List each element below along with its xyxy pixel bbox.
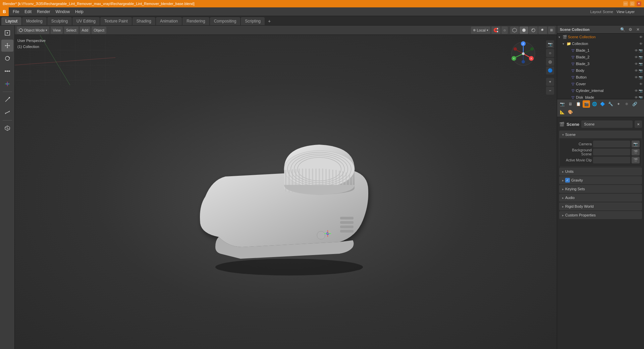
shading-solid[interactable] bbox=[520, 27, 528, 34]
scene-unlink-btn[interactable]: ✕ bbox=[635, 120, 642, 128]
select-box-tool[interactable] bbox=[1, 27, 13, 39]
outliner-filter-icon[interactable]: 🔍 bbox=[619, 26, 626, 33]
rigid-body-world-header[interactable]: ▸ Rigid Body World bbox=[559, 203, 642, 210]
object-menu[interactable]: Object bbox=[92, 27, 106, 34]
overlay-btn[interactable]: 🔵 bbox=[546, 66, 554, 74]
outliner-collapse-icon[interactable]: ✕ bbox=[635, 26, 641, 33]
button-vis[interactable]: 👁 bbox=[635, 76, 638, 79]
outliner-disk-blade[interactable]: ▾ ▽ Disk_blade 👁 📷 bbox=[557, 94, 644, 99]
tab-shading[interactable]: Shading bbox=[132, 17, 155, 25]
select-menu[interactable]: Select bbox=[64, 27, 78, 34]
outliner-cylinder-internal[interactable]: ▾ ▽ Cylinder_internal 👁 📷 bbox=[557, 87, 644, 94]
props-tab-view-layer[interactable]: 📋 bbox=[575, 100, 582, 108]
menu-file[interactable]: File bbox=[10, 7, 22, 16]
props-tab-world[interactable]: 🌐 bbox=[591, 100, 598, 108]
menu-help[interactable]: Help bbox=[72, 7, 86, 16]
menu-render[interactable]: Render bbox=[34, 7, 53, 16]
audio-section-header[interactable]: ▸ Audio bbox=[559, 194, 642, 201]
camera-field[interactable] bbox=[593, 141, 630, 147]
outliner-collection[interactable]: ▾ 📁 Collection 👁 bbox=[557, 40, 644, 47]
camera-browse-btn[interactable]: 📷 bbox=[632, 141, 640, 147]
background-scene-field[interactable] bbox=[593, 149, 630, 155]
tab-animation[interactable]: Animation bbox=[156, 17, 182, 25]
scene-visibility-icon[interactable]: 👁 bbox=[639, 35, 643, 39]
body-vis[interactable]: 👁 bbox=[635, 69, 638, 72]
outliner-row-scene[interactable]: ▾ 🎬 Scene Collection 👁 bbox=[557, 34, 644, 40]
keying-sets-header[interactable]: ▸ Keying Sets bbox=[559, 185, 642, 193]
outliner-body[interactable]: ▾ ▽ Body 👁 📷 bbox=[557, 67, 644, 74]
props-tab-output[interactable]: 🖥 bbox=[567, 100, 574, 108]
add-menu[interactable]: Add bbox=[80, 27, 91, 34]
material-view-btn[interactable]: ○ bbox=[546, 49, 554, 57]
add-workspace-button[interactable]: + bbox=[265, 17, 273, 25]
props-tab-object[interactable]: 🔷 bbox=[599, 100, 606, 108]
custom-properties-header[interactable]: ▸ Custom Properties bbox=[559, 211, 642, 219]
viewport[interactable]: Object Mode ▾ View Select Add Object ⊕ L… bbox=[15, 26, 557, 349]
props-tab-constraints[interactable]: 🔗 bbox=[631, 100, 638, 108]
props-tab-particles[interactable]: ✦ bbox=[615, 100, 622, 108]
bg-scene-browse-btn[interactable]: 🎬 bbox=[632, 149, 640, 155]
mode-selector[interactable]: Object Mode ▾ bbox=[17, 27, 49, 34]
snap-btn[interactable]: 🧲 bbox=[491, 27, 500, 34]
transform-tool[interactable] bbox=[1, 78, 13, 90]
cyl-render[interactable]: 📷 bbox=[639, 89, 643, 93]
cyl-vis[interactable]: 👁 bbox=[635, 89, 638, 93]
navigation-gizmo[interactable]: Z X Y bbox=[510, 40, 537, 67]
add-cube-tool[interactable] bbox=[1, 122, 13, 134]
disk-render[interactable]: 📷 bbox=[639, 96, 643, 99]
scene-selector[interactable]: View Layer bbox=[614, 8, 641, 15]
outliner-blade2[interactable]: ▾ ▽ Blade_2 👁 📷 bbox=[557, 54, 644, 60]
scene-section-header[interactable]: ▾ Scene bbox=[559, 131, 642, 138]
proportional-edit-btn[interactable]: ○ bbox=[501, 27, 508, 34]
blade1-vis[interactable]: 👁 bbox=[635, 49, 638, 52]
outliner-cover[interactable]: ▾ ▽ Cover 👁 bbox=[557, 81, 644, 87]
shading-rendered[interactable] bbox=[538, 27, 547, 34]
props-tab-data[interactable]: 📐 bbox=[558, 108, 566, 116]
disk-vis[interactable]: 👁 bbox=[635, 96, 638, 99]
blade1-render[interactable]: 📷 bbox=[639, 49, 643, 52]
camera-view-btn[interactable]: 📷 bbox=[546, 40, 554, 48]
minimize-button[interactable]: — bbox=[623, 1, 628, 6]
render-view-btn[interactable]: ◎ bbox=[546, 58, 554, 66]
shading-wireframe[interactable] bbox=[510, 27, 519, 34]
rotate-tool[interactable] bbox=[1, 52, 13, 64]
outliner-settings-icon[interactable]: ⚙ bbox=[627, 26, 634, 33]
tab-compositing[interactable]: Compositing bbox=[210, 17, 240, 25]
tab-scripting[interactable]: Scripting bbox=[241, 17, 265, 25]
props-tab-material[interactable]: 🎨 bbox=[567, 108, 574, 116]
units-section-header[interactable]: ▸ Units bbox=[559, 168, 642, 175]
blade3-render[interactable]: 📷 bbox=[639, 62, 643, 66]
props-tab-physics[interactable]: ⚛ bbox=[623, 100, 630, 108]
tab-modeling[interactable]: Modeling bbox=[22, 17, 47, 25]
tab-layout[interactable]: Layout bbox=[1, 17, 21, 25]
menu-edit[interactable]: Edit bbox=[22, 7, 34, 16]
button-render[interactable]: 📷 bbox=[639, 76, 643, 79]
annotate-tool[interactable] bbox=[1, 94, 13, 106]
maximize-button[interactable]: □ bbox=[630, 1, 635, 6]
gravity-checkbox[interactable]: ✓ bbox=[565, 178, 570, 183]
tab-uv-editing[interactable]: UV Editing bbox=[72, 17, 100, 25]
props-tab-render[interactable]: 📷 bbox=[558, 100, 566, 108]
scale-tool[interactable] bbox=[1, 65, 13, 77]
toggle-xray[interactable]: ⊞ bbox=[548, 27, 555, 34]
menu-window[interactable]: Window bbox=[53, 7, 72, 16]
zoom-out-btn[interactable]: − bbox=[546, 87, 554, 95]
blade2-vis[interactable]: 👁 bbox=[635, 55, 638, 59]
collection-visibility-icon[interactable]: 👁 bbox=[639, 42, 643, 46]
view-menu[interactable]: View bbox=[51, 27, 63, 34]
movie-clip-browse-btn[interactable]: 🎬 bbox=[632, 157, 640, 163]
move-tool[interactable] bbox=[1, 40, 13, 52]
cover-vis[interactable]: 👁 bbox=[639, 82, 643, 86]
outliner-button[interactable]: ▾ ▽ Button 👁 📷 bbox=[557, 74, 644, 81]
scene-name-field[interactable]: Scene bbox=[581, 120, 633, 128]
props-tab-scene[interactable]: 🎬 bbox=[583, 100, 590, 108]
viewport-canvas[interactable]: User Perspective (1) Collection bbox=[15, 35, 557, 349]
movie-clip-field[interactable] bbox=[593, 157, 630, 163]
shading-material[interactable] bbox=[529, 27, 538, 34]
props-tab-modifiers[interactable]: 🔧 bbox=[607, 100, 614, 108]
body-render[interactable]: 📷 bbox=[639, 69, 643, 72]
tab-texture-paint[interactable]: Texture Paint bbox=[100, 17, 132, 25]
blade2-render[interactable]: 📷 bbox=[639, 55, 643, 59]
blade3-vis[interactable]: 👁 bbox=[635, 62, 638, 66]
gravity-section-header[interactable]: ▸ ✓ Gravity bbox=[559, 177, 642, 184]
